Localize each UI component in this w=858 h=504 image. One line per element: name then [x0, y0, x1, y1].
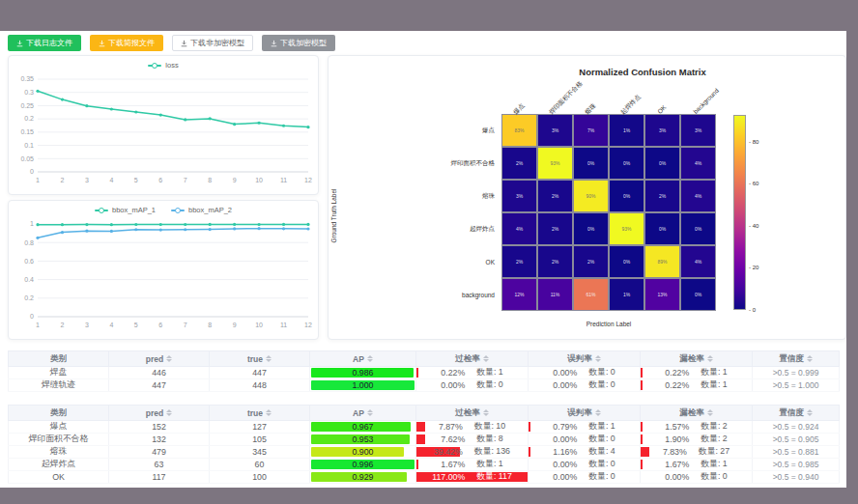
svg-text:0: 0: [30, 313, 34, 320]
sort-icon[interactable]: [483, 355, 489, 362]
sort-icon[interactable]: [483, 409, 489, 416]
rate-percent: 0.22%: [665, 368, 689, 378]
rate-cell: 1.90%数量: 2: [641, 434, 752, 445]
svg-text:0.15: 0.15: [20, 128, 34, 135]
sort-icon[interactable]: [266, 409, 272, 416]
column-header-conf[interactable]: 置信度: [753, 351, 840, 367]
sort-icon[interactable]: [166, 409, 172, 416]
sort-icon[interactable]: [367, 409, 373, 416]
sort-icon[interactable]: [707, 409, 713, 416]
matrix-cell: 3%: [537, 114, 573, 147]
dashboard-window: 下载日志文件 下载简报文件 下载非加密模型 下载加密模型 loss 00.050…: [0, 0, 858, 504]
table-row: 焊缝轨迹4474481.0000.00%数量: 00.00%数量: 00.22%…: [9, 379, 840, 392]
matrix-cell: 2%: [537, 212, 573, 245]
svg-text:4: 4: [109, 177, 113, 183]
rate-percent: 1.16%: [553, 447, 577, 457]
legend-item[interactable]: bbox_mAP_1: [95, 206, 156, 214]
rate-count: 数量: 1: [476, 367, 502, 378]
ap-value: 0.996: [311, 459, 415, 470]
download-report-button[interactable]: 下载简报文件: [90, 35, 163, 51]
column-header-conf[interactable]: 置信度: [753, 406, 840, 421]
download-report-label: 下载简报文件: [108, 38, 155, 48]
download-icon: [181, 40, 187, 47]
rate-percent: 0.00%: [553, 368, 577, 378]
sort-icon[interactable]: [595, 355, 601, 362]
matrix-cell: 2%: [537, 245, 573, 278]
rate-count: 数量: 0: [476, 379, 502, 391]
download-toolbar: 下载日志文件 下载简报文件 下载非加密模型 下载加密模型: [8, 35, 335, 51]
bottom-frame-bar: [0, 488, 858, 504]
column-header-true[interactable]: true: [210, 351, 310, 367]
download-log-button[interactable]: 下载日志文件: [8, 35, 81, 51]
matrix-cell: 0%: [644, 212, 680, 245]
matrix-cell: 2%: [573, 245, 609, 278]
rate-bar: [641, 368, 643, 378]
rate-count: 数量: 1: [588, 421, 615, 433]
rate-bar: [641, 447, 649, 457]
ap-cell: 0.996: [310, 459, 416, 471]
matrix-cell: 2%: [501, 147, 537, 180]
sort-icon[interactable]: [595, 409, 601, 416]
column-header-ap[interactable]: AP: [310, 406, 416, 421]
column-header-ap[interactable]: AP: [310, 351, 416, 367]
column-header-over[interactable]: 过检率: [416, 406, 529, 421]
ap-value: 0.953: [311, 434, 415, 445]
rate-cell: 7.83%数量: 27: [641, 446, 752, 458]
confidence-cell: >0.5 = 0.940: [753, 471, 840, 484]
matrix-row-label: 焊印面积不合格: [329, 159, 495, 168]
legend-item[interactable]: loss: [148, 61, 178, 70]
matrix-cell: 0%: [573, 147, 609, 180]
map-chart-card: bbox_mAP_1bbox_mAP_2 00.20.40.60.8112345…: [8, 200, 319, 340]
sort-icon[interactable]: [807, 355, 813, 362]
rate-percent: 0.00%: [553, 380, 577, 390]
sort-icon[interactable]: [367, 355, 373, 362]
rate-cell: 0.22%数量: 1: [641, 379, 752, 391]
column-header-mis[interactable]: 误判率: [529, 406, 641, 421]
sort-icon[interactable]: [807, 409, 813, 416]
column-header-label: true: [247, 354, 263, 364]
ap-cell: 0.953: [310, 434, 416, 446]
sort-icon[interactable]: [707, 355, 713, 362]
column-header-pred[interactable]: pred: [109, 351, 210, 367]
column-header-label: pred: [146, 408, 163, 418]
column-header-pred[interactable]: pred: [109, 406, 210, 421]
rate-percent: 1.67%: [441, 460, 465, 469]
svg-text:0.2: 0.2: [24, 115, 34, 122]
rate-count: 数量: 10: [474, 421, 505, 433]
column-header-label: 类别: [9, 406, 109, 421]
sort-icon[interactable]: [266, 355, 272, 362]
rate-cell: 0.00%数量: 0: [529, 471, 640, 483]
table-row: 爆点1521270.9677.87%数量: 100.79%数量: 11.57%数…: [9, 421, 840, 434]
rate-bar: [641, 434, 643, 444]
download-plain-model-button[interactable]: 下载非加密模型: [172, 35, 253, 51]
column-header-true[interactable]: true: [210, 406, 310, 421]
colorbar-tick: - 80: [749, 139, 758, 145]
svg-text:9: 9: [233, 322, 237, 328]
svg-text:2: 2: [61, 177, 65, 183]
download-encrypted-model-button[interactable]: 下载加密模型: [262, 35, 335, 51]
sort-icon[interactable]: [166, 355, 172, 362]
svg-text:11: 11: [280, 177, 287, 183]
svg-text:6: 6: [158, 177, 162, 183]
rate-percent: 7.83%: [663, 447, 687, 457]
right-frame-bar: [846, 0, 858, 504]
ap-value: 0.900: [311, 446, 415, 458]
svg-text:2: 2: [61, 322, 65, 328]
column-header-mis[interactable]: 误判率: [529, 351, 641, 367]
rate-percent: 39.42%: [434, 447, 463, 457]
rate-count: 数量: 0: [588, 471, 615, 483]
legend-item[interactable]: bbox_mAP_2: [171, 206, 232, 214]
true-cell: 127: [210, 421, 310, 434]
svg-text:7: 7: [184, 177, 187, 183]
svg-text:12: 12: [304, 322, 312, 328]
column-header-label: 漏检率: [679, 353, 704, 365]
matrix-row-label: background: [329, 292, 495, 298]
rate-cell: 0.00%数量: 0: [529, 434, 640, 445]
column-header-over[interactable]: 过检率: [416, 351, 529, 367]
column-header-miss[interactable]: 漏检率: [641, 351, 753, 367]
matrix-yaxis-title: Ground Truth Label: [330, 158, 337, 274]
svg-text:6: 6: [158, 322, 162, 328]
column-header-miss[interactable]: 漏检率: [641, 406, 753, 421]
column-header-label: AP: [353, 408, 364, 418]
matrix-cell: 2%: [501, 245, 537, 278]
